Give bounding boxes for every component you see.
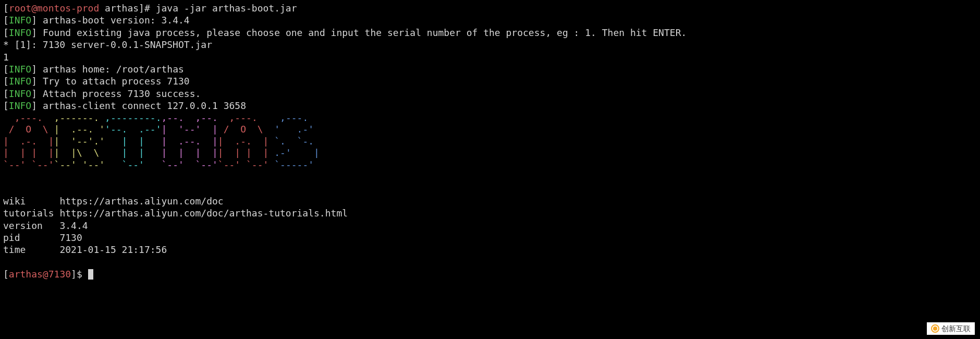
- watermark-badge: 创新互联: [927, 322, 975, 335]
- log-msg: arthas-boot version: 3.4.4: [43, 15, 190, 26]
- blank-line: [3, 171, 977, 183]
- watermark-icon: [931, 324, 939, 333]
- cursor-icon: [88, 269, 93, 280]
- info-tag: INFO: [9, 88, 31, 99]
- process-list-line: * [1]: 7130 server-0.0.1-SNAPSHOT.jar: [3, 39, 977, 51]
- log-msg: Found existing java process, please choo…: [43, 27, 687, 38]
- prompt-line-2[interactable]: [arthas@7130]$: [3, 268, 977, 280]
- log-line-connect: [INFO] arthas-client connect 127.0.0.1 3…: [3, 100, 977, 112]
- info-time: time 2021-01-15 21:17:56: [3, 244, 977, 256]
- user-host: root@montos-prod: [9, 3, 99, 14]
- log-line-attach-success: [INFO] Attach process 7130 success.: [3, 88, 977, 100]
- wiki-url: https://arthas.aliyun.com/doc: [59, 196, 223, 207]
- bracket: [: [3, 269, 9, 280]
- version-value: 3.4.4: [59, 220, 88, 231]
- time-label: time: [3, 244, 59, 255]
- log-line-version: [INFO] arthas-boot version: 3.4.4: [3, 14, 977, 26]
- time-value: 2021-01-15 21:17:56: [59, 244, 167, 255]
- bracket: ]: [139, 3, 144, 14]
- log-msg: arthas home: /root/arthas: [43, 64, 184, 75]
- command-text: java -jar arthas-boot.jar: [156, 3, 297, 14]
- bracket: ]: [71, 269, 77, 280]
- user-input-value: 1: [3, 52, 9, 63]
- version-label: version: [3, 220, 59, 231]
- info-tag: INFO: [9, 76, 31, 87]
- wiki-label: wiki: [3, 196, 59, 207]
- cwd: arthas: [99, 3, 139, 14]
- log-line-found: [INFO] Found existing java process, plea…: [3, 27, 977, 39]
- tutorials-url: https://arthas.aliyun.com/doc/arthas-tut…: [59, 208, 348, 219]
- blank-line: [3, 256, 977, 268]
- pid-label: pid: [3, 232, 59, 243]
- watermark-text: 创新互联: [941, 324, 971, 333]
- info-wiki: wiki https://arthas.aliyun.com/doc: [3, 195, 977, 207]
- log-line-home: [INFO] arthas home: /root/arthas: [3, 63, 977, 75]
- info-tutorials: tutorials https://arthas.aliyun.com/doc/…: [3, 207, 977, 219]
- pid-value: 7130: [59, 232, 82, 243]
- arthas-ascii-logo: ,---. ,------. ,--------.,--. ,--. ,---.…: [3, 112, 977, 171]
- info-version: version 3.4.4: [3, 220, 977, 232]
- info-tag: INFO: [9, 15, 31, 26]
- tutorials-label: tutorials: [3, 208, 59, 219]
- prompt-line-1: [root@montos-prod arthas]# java -jar art…: [3, 2, 977, 14]
- log-msg: arthas-client connect 127.0.0.1 3658: [43, 100, 246, 111]
- user-input-line[interactable]: 1: [3, 51, 977, 63]
- info-tag: INFO: [9, 100, 31, 111]
- prompt-dollar: $: [77, 269, 88, 280]
- log-line-attach-try: [INFO] Try to attach process 7130: [3, 75, 977, 87]
- info-tag: INFO: [9, 64, 31, 75]
- info-tag: INFO: [9, 27, 31, 38]
- prompt-hash: #: [144, 3, 156, 14]
- log-msg: Attach process 7130 success.: [43, 88, 201, 99]
- bracket: [: [3, 3, 9, 14]
- blank-line: [3, 183, 977, 195]
- log-msg: Try to attach process 7130: [43, 76, 190, 87]
- info-pid: pid 7130: [3, 232, 977, 244]
- process-item: * [1]: 7130 server-0.0.1-SNAPSHOT.jar: [3, 39, 212, 50]
- user-host: arthas@7130: [9, 269, 71, 280]
